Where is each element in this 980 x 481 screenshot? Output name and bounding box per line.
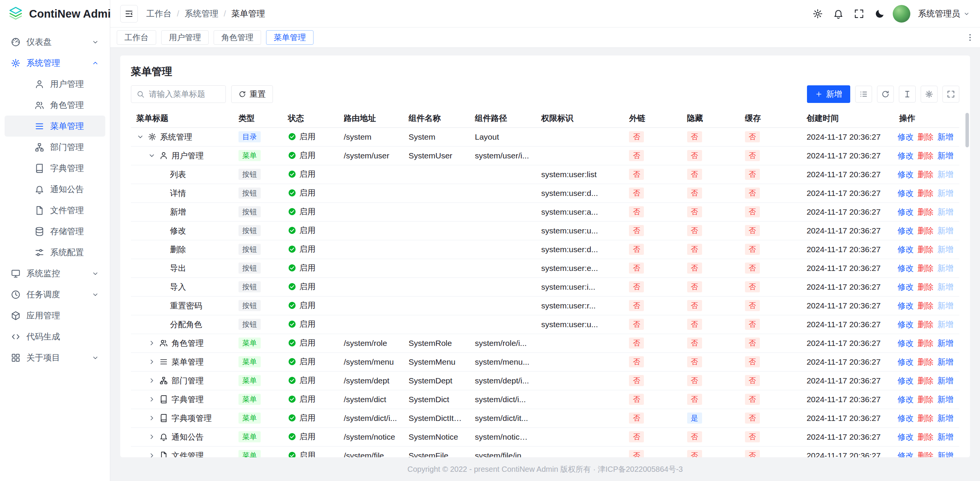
edit-link[interactable]: 修改: [898, 264, 914, 272]
sidebar-item-dict-mgmt[interactable]: 字典管理: [5, 158, 105, 179]
brand[interactable]: ContiNew Admin: [0, 0, 110, 28]
table-scrollbar[interactable]: [965, 113, 969, 147]
sidebar-item-role-mgmt[interactable]: 角色管理: [5, 95, 105, 116]
edit-link[interactable]: 修改: [898, 357, 914, 366]
delete-link[interactable]: 删除: [918, 151, 934, 160]
list-button[interactable]: [855, 86, 872, 103]
sidebar-item-dashboard[interactable]: 仪表盘: [5, 31, 105, 52]
cell-created-time: 2024-11-17 20:36:27: [801, 315, 894, 334]
edit-link[interactable]: 修改: [898, 245, 914, 254]
add-link[interactable]: 新增: [938, 414, 954, 422]
tab-more-button[interactable]: [960, 28, 980, 47]
user-menu[interactable]: 系统管理员: [918, 8, 970, 20]
sidebar-item-file-mgmt[interactable]: 文件管理: [5, 200, 105, 221]
delete-link[interactable]: 删除: [918, 414, 934, 422]
add-link[interactable]: 新增: [938, 357, 954, 366]
delete-link[interactable]: 删除: [918, 339, 934, 347]
sidebar-item-system[interactable]: 系统管理: [5, 52, 105, 73]
header-moon-button[interactable]: [874, 8, 885, 19]
tab-item[interactable]: 菜单管理: [266, 30, 314, 45]
edit-link[interactable]: 修改: [898, 301, 914, 310]
edit-link[interactable]: 修改: [898, 414, 914, 422]
reset-button[interactable]: 重置: [231, 85, 273, 103]
delete-link[interactable]: 删除: [918, 226, 934, 235]
sidebar-item-menu-mgmt[interactable]: 菜单管理: [5, 116, 105, 137]
edit-link[interactable]: 修改: [898, 451, 914, 458]
add-button[interactable]: 新增: [807, 85, 850, 103]
edit-link[interactable]: 修改: [898, 320, 914, 329]
header-gear-button[interactable]: [812, 8, 823, 19]
sidebar-item-storage-mgmt[interactable]: 存储管理: [5, 221, 105, 242]
sidebar-item-user-mgmt[interactable]: 用户管理: [5, 73, 105, 95]
tab-item[interactable]: 角色管理: [214, 30, 261, 45]
add-link[interactable]: 新增: [938, 376, 954, 385]
edit-link[interactable]: 修改: [898, 170, 914, 179]
sidebar-item-notice[interactable]: 通知公告: [5, 179, 105, 200]
chevron-right-icon[interactable]: [148, 395, 156, 403]
refresh-button[interactable]: [877, 86, 894, 103]
breadcrumb-item[interactable]: 工作台: [146, 8, 172, 20]
add-link[interactable]: 新增: [938, 451, 954, 458]
delete-link[interactable]: 删除: [918, 376, 934, 385]
breadcrumb-item[interactable]: 菜单管理: [231, 8, 265, 20]
edit-link[interactable]: 修改: [898, 151, 914, 160]
add-link[interactable]: 新增: [938, 132, 954, 141]
add-link[interactable]: 新增: [938, 339, 954, 347]
status-label: 启用: [299, 225, 315, 236]
chevron-right-icon[interactable]: [148, 452, 156, 457]
edit-link[interactable]: 修改: [898, 132, 914, 141]
edit-link[interactable]: 修改: [898, 189, 914, 197]
chevron-down-icon[interactable]: [136, 133, 144, 141]
sidebar-item-schedule[interactable]: 任务调度: [5, 284, 105, 305]
delete-link[interactable]: 删除: [918, 357, 934, 366]
add-link[interactable]: 新增: [938, 432, 954, 441]
breadcrumb-item[interactable]: 系统管理: [185, 8, 218, 20]
add-link[interactable]: 新增: [938, 395, 954, 404]
delete-link[interactable]: 删除: [918, 282, 934, 291]
header-bell-button[interactable]: [833, 8, 844, 19]
chevron-right-icon[interactable]: [148, 358, 156, 366]
delete-link[interactable]: 删除: [918, 451, 934, 458]
delete-link[interactable]: 删除: [918, 301, 934, 310]
delete-link[interactable]: 删除: [918, 320, 934, 329]
edit-link[interactable]: 修改: [898, 432, 914, 441]
chevron-right-icon[interactable]: [148, 414, 156, 422]
header-fullscreen-button[interactable]: [854, 8, 864, 19]
chevron-right-icon[interactable]: [148, 377, 156, 385]
delete-link[interactable]: 删除: [918, 395, 934, 404]
sidebar-item-dept-mgmt[interactable]: 部门管理: [5, 137, 105, 158]
fullscreen-button[interactable]: [942, 86, 959, 103]
avatar[interactable]: [893, 5, 910, 23]
cell-permission: [536, 427, 624, 446]
line-height-button[interactable]: [899, 86, 916, 103]
edit-link[interactable]: 修改: [898, 282, 914, 291]
delete-link[interactable]: 删除: [918, 170, 934, 179]
gear-button[interactable]: [921, 86, 938, 103]
sidebar-item-app-mgmt[interactable]: 应用管理: [5, 305, 105, 326]
sidebar-item-codegen[interactable]: 代码生成: [5, 326, 105, 347]
sidebar-item-about[interactable]: 关于项目: [5, 347, 105, 368]
delete-link[interactable]: 删除: [918, 264, 934, 272]
sidebar-item-system-config[interactable]: 系统配置: [5, 242, 105, 263]
delete-link[interactable]: 删除: [918, 245, 934, 254]
edit-link[interactable]: 修改: [898, 207, 914, 216]
delete-link[interactable]: 删除: [918, 207, 934, 216]
delete-link[interactable]: 删除: [918, 432, 934, 441]
delete-link[interactable]: 删除: [918, 132, 934, 141]
tab-item[interactable]: 用户管理: [161, 30, 209, 45]
add-link[interactable]: 新增: [938, 151, 954, 160]
edit-link[interactable]: 修改: [898, 339, 914, 347]
edit-link[interactable]: 修改: [898, 376, 914, 385]
edit-link[interactable]: 修改: [898, 226, 914, 235]
search-input[interactable]: [148, 89, 220, 99]
sidebar-collapse-button[interactable]: [120, 5, 138, 23]
chevron-right-icon[interactable]: [148, 433, 156, 441]
cell-status: 启用: [283, 240, 338, 259]
chevron-right-icon[interactable]: [148, 339, 156, 347]
delete-link[interactable]: 删除: [918, 189, 934, 197]
tab-item[interactable]: 工作台: [117, 30, 156, 45]
chevron-down-icon[interactable]: [148, 152, 156, 160]
edit-link[interactable]: 修改: [898, 395, 914, 404]
cell-cache: 否: [740, 259, 801, 277]
sidebar-item-monitor[interactable]: 系统监控: [5, 263, 105, 284]
